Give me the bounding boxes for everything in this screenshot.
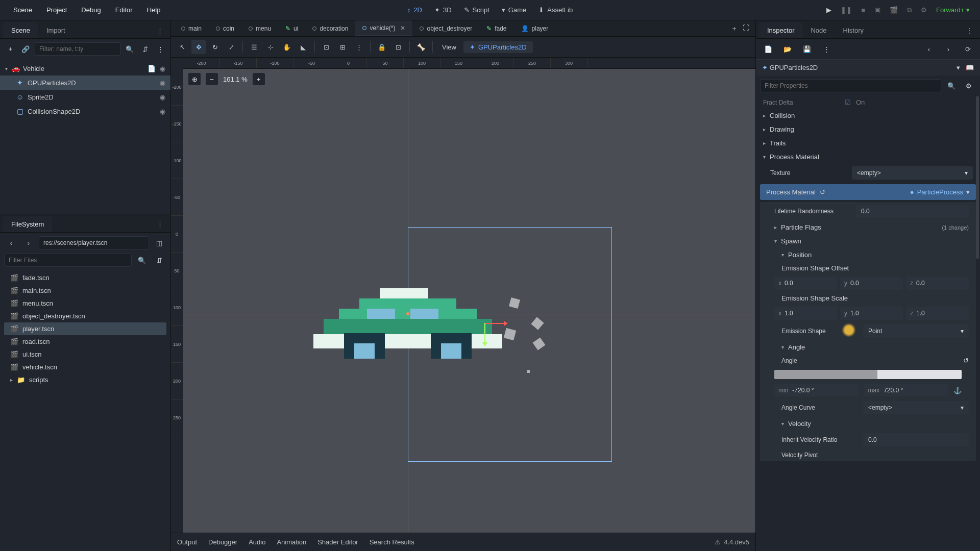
settings-icon[interactable]: ⚙ <box>921 6 927 14</box>
list-tool-icon[interactable]: ☰ <box>247 40 261 54</box>
scene-tab-fade[interactable]: ✎fade <box>479 21 513 36</box>
visibility-icon[interactable]: ◉ <box>160 108 165 115</box>
texture-dropdown[interactable]: <empty>▾ <box>852 166 973 180</box>
inherit-velocity-field[interactable]: 0.0 <box>863 433 969 446</box>
scene-tab-player[interactable]: 👤player <box>514 21 556 36</box>
pause-icon[interactable]: ❚❚ <box>841 6 852 14</box>
tree-gpuparticles[interactable]: ✦ GPUParticles2D ◉ <box>0 76 170 90</box>
scale-x[interactable]: x1.0 <box>774 307 837 320</box>
tab-inspector[interactable]: Inspector <box>759 22 802 38</box>
scene-tab-decoration[interactable]: decoration <box>305 21 355 36</box>
zoom-fit-icon[interactable]: ⊕ <box>188 73 201 85</box>
file-menu[interactable]: 🎬menu.tscn <box>4 297 166 310</box>
history-forward-icon[interactable]: › <box>941 42 955 56</box>
link-icon[interactable]: 🔗 <box>19 42 32 56</box>
search-icon[interactable]: 🔍 <box>944 79 959 93</box>
inspector-breadcrumb[interactable]: ✦ GPUParticles2D ▾ 📖 <box>756 60 980 76</box>
pan-icon[interactable]: ✋ <box>280 40 294 54</box>
select-tool-icon[interactable]: ↖ <box>175 40 189 54</box>
visibility-icon[interactable]: ◉ <box>160 65 165 72</box>
group-velocity[interactable]: ▾Velocity <box>760 417 976 431</box>
file-fade[interactable]: 🎬fade.tscn <box>4 271 166 284</box>
dock-tab-filesystem[interactable]: FileSystem <box>3 216 52 232</box>
tab-3d[interactable]: ✦ 3D <box>434 6 452 14</box>
stop-icon[interactable]: ■ <box>861 6 865 14</box>
gizmo-y[interactable] <box>484 323 485 343</box>
menu-debug[interactable]: Debug <box>74 3 108 17</box>
bottom-animation[interactable]: Animation <box>277 538 306 546</box>
tab-2d[interactable]: ↕ 2D <box>407 6 422 14</box>
scale-tool-icon[interactable]: ⤢ <box>224 40 238 54</box>
angle-max-field[interactable]: max720.0 ° <box>864 384 949 396</box>
process-material-resource[interactable]: Process Material ↺ ●ParticleProcess▾ <box>760 184 976 200</box>
split-view-icon[interactable]: ◫ <box>152 236 166 250</box>
dock-tab-scene[interactable]: Scene <box>3 22 38 38</box>
group-angle[interactable]: ▾Angle <box>760 340 976 354</box>
offset-x[interactable]: x0.0 <box>774 277 837 290</box>
refresh-icon[interactable]: ⟳ <box>961 42 975 56</box>
file-player[interactable]: 🎬player.tscn <box>4 322 166 335</box>
render-mode[interactable]: Forward+ ▾ <box>936 6 970 14</box>
snap-options-icon[interactable]: ⊞ <box>335 40 350 54</box>
load-icon[interactable]: 📂 <box>780 42 795 56</box>
file-filter-input[interactable] <box>4 254 132 267</box>
file-objectdestroyer[interactable]: 🎬object_destroyer.tscn <box>4 310 166 322</box>
nav-forward-icon[interactable]: › <box>21 236 36 250</box>
emission-shape-dropdown[interactable]: Point▾ <box>863 324 969 338</box>
scene-tab-coin[interactable]: coin <box>209 21 241 36</box>
expand-icon[interactable]: ⛶ <box>743 24 749 33</box>
close-icon[interactable]: ✕ <box>400 24 405 32</box>
path-input[interactable] <box>39 236 149 249</box>
dock-handle-icon[interactable]: ⋮ <box>962 24 977 36</box>
screen-icon[interactable]: ⧉ <box>907 6 912 14</box>
scene-filter-input[interactable] <box>35 42 120 56</box>
menu-help[interactable]: Help <box>140 3 168 17</box>
zoom-value[interactable]: 161.1 % <box>223 76 248 83</box>
snap-more-icon[interactable]: ⋮ <box>352 40 366 54</box>
link-icon[interactable]: ⚓ <box>953 387 962 394</box>
dock-handle-icon[interactable]: ⋮ <box>153 218 167 230</box>
scene-tab-vehicle[interactable]: vehicle(*)✕ <box>355 20 412 37</box>
bottom-search[interactable]: Search Results <box>370 538 414 546</box>
remote-icon[interactable]: ▣ <box>874 6 880 14</box>
snap-grid-icon[interactable]: ⊡ <box>319 40 333 54</box>
add-scene-icon[interactable]: ＋ <box>731 24 738 33</box>
angle-min-field[interactable]: min-720.0 ° <box>774 384 859 396</box>
context-badge[interactable]: ✦GPUParticles2D <box>463 41 533 53</box>
offset-z[interactable]: z0.0 <box>906 277 969 290</box>
tree-root[interactable]: ▾ 🚗 Vehicle 📄◉ <box>0 61 170 76</box>
rotate-tool-icon[interactable]: ↻ <box>208 40 222 54</box>
search-icon[interactable]: 🔍 <box>124 42 136 56</box>
inspector-filter-input[interactable] <box>760 79 941 92</box>
angle-curve-dropdown[interactable]: <empty>▾ <box>863 401 969 414</box>
search-icon[interactable]: 🔍 <box>135 253 149 267</box>
scale-z[interactable]: z1.0 <box>906 307 969 320</box>
visibility-icon[interactable]: ◉ <box>160 93 165 101</box>
move-tool-icon[interactable]: ✥ <box>191 40 206 54</box>
scene-sort-icon[interactable]: ⇵ <box>139 42 151 56</box>
angle-range-slider[interactable] <box>774 370 962 379</box>
dock-handle-icon[interactable]: ⋮ <box>153 24 167 36</box>
gizmo-x[interactable] <box>484 323 505 324</box>
tree-sprite2d[interactable]: ☺ Sprite2D ◉ <box>0 90 170 104</box>
menu-scene[interactable]: Scene <box>6 3 39 17</box>
group-spawn[interactable]: ▾Spawn <box>760 234 976 248</box>
revert-icon[interactable]: ↺ <box>963 357 969 364</box>
tree-collisionshape[interactable]: ▢ CollisionShape2D ◉ <box>0 104 170 118</box>
new-resource-icon[interactable]: 📄 <box>761 42 775 56</box>
bottom-debugger[interactable]: Debugger <box>208 538 237 546</box>
group-position[interactable]: ▾Position <box>760 248 976 262</box>
tab-script[interactable]: ✎ Script <box>464 6 489 14</box>
zoom-in-icon[interactable]: + <box>253 73 265 85</box>
filter-options-icon[interactable]: ⚙ <box>962 79 976 93</box>
more-icon[interactable]: ⋮ <box>819 42 834 56</box>
save-icon[interactable]: 💾 <box>800 42 814 56</box>
view-menu[interactable]: View <box>437 41 461 53</box>
group-particle-flags[interactable]: ▸Particle Flags(1 change) <box>760 220 976 234</box>
lock-icon[interactable]: 🔒 <box>375 40 389 54</box>
scene-tab-main[interactable]: main <box>174 21 209 36</box>
scene-tab-menu[interactable]: menu <box>241 21 278 36</box>
scene-more-icon[interactable]: ⋮ <box>154 42 166 56</box>
scene-tab-objectdestroyer[interactable]: object_destroyer <box>412 21 479 36</box>
file-vehicle[interactable]: 🎬vehicle.tscn <box>4 361 166 373</box>
